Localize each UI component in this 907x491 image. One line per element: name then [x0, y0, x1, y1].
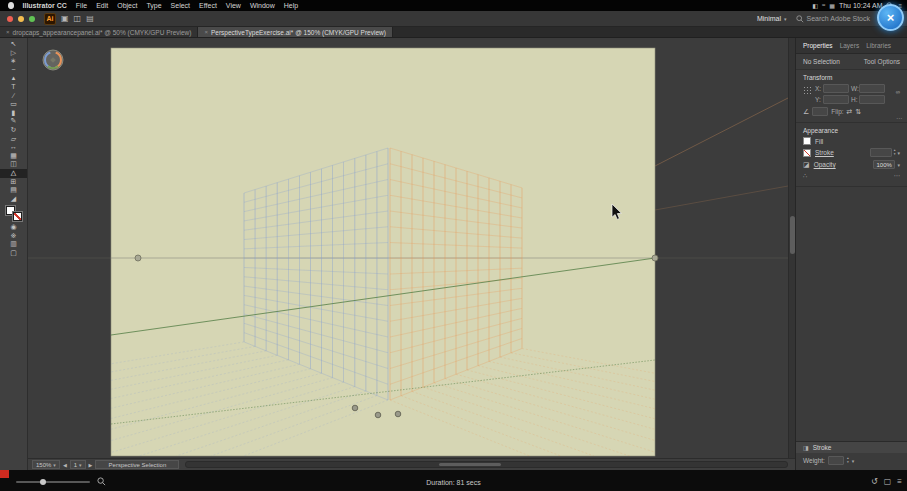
menubar-status-icon-3[interactable]: ▦ [829, 2, 835, 9]
opacity-field[interactable]: 100% [873, 160, 895, 169]
h-field[interactable] [859, 95, 885, 104]
mesh-tool[interactable]: ⊞ [0, 178, 27, 187]
appearance-more-options-icon[interactable]: ⋯ [894, 172, 901, 180]
menu-type[interactable]: Type [142, 2, 166, 9]
chevron-down-icon[interactable]: ▾ [852, 458, 855, 464]
stepper-icon[interactable]: ▴▾ [847, 457, 849, 464]
playback-slider-knob[interactable] [40, 479, 46, 485]
artboard-canvas[interactable] [28, 38, 788, 458]
panel-tab-properties[interactable]: Properties [803, 42, 833, 49]
chevron-down-icon[interactable]: ▾ [897, 150, 900, 156]
menu-file[interactable]: File [71, 2, 91, 9]
w-field[interactable] [859, 84, 885, 93]
y-field[interactable] [823, 95, 849, 104]
menu-view[interactable]: View [221, 2, 245, 9]
rotate-angle-field[interactable] [812, 107, 828, 116]
type-tool[interactable]: T [0, 83, 27, 92]
vertical-scrollbar[interactable] [788, 38, 795, 458]
blend-tool[interactable]: ◉ [0, 223, 27, 232]
weight-field[interactable] [828, 456, 844, 465]
menu-illustrator-cc[interactable]: Illustrator CC [18, 2, 71, 9]
rotate-tool[interactable]: ↻ [0, 126, 27, 135]
highlight-close-button[interactable]: × [877, 4, 904, 31]
stepper-icon[interactable]: ▴▾ [894, 149, 896, 156]
document-tab-2[interactable]: ×PerspectiveTypeExercise.ai* @ 150% (CMY… [198, 27, 392, 37]
eyedropper-tool[interactable]: ◢ [0, 195, 27, 204]
player-menu-icon[interactable]: ≡ [897, 477, 902, 487]
magic-wand-tool[interactable]: ∗ [0, 57, 27, 66]
appbar-icon-1[interactable]: ▣ [61, 14, 69, 23]
reference-point-locator[interactable] [803, 86, 812, 95]
pencil-tool[interactable]: ✎ [0, 117, 27, 126]
direct-selection-tool[interactable]: ▷ [0, 49, 27, 58]
window-zoom-button[interactable] [29, 16, 35, 22]
next-artboard-button[interactable]: ▶ [89, 462, 93, 468]
scale-tool[interactable]: ▱ [0, 135, 27, 144]
free-transform-tool[interactable]: ▦ [0, 152, 27, 161]
panel-tab-layers[interactable]: Layers [840, 42, 860, 49]
paintbrush-tool[interactable]: ▮ [0, 109, 27, 118]
shape-builder-tool[interactable]: ◫ [0, 160, 27, 169]
selection-tool[interactable]: ↖ [0, 40, 27, 49]
gradient-tool[interactable]: ▤ [0, 186, 27, 195]
vertical-scroll-thumb[interactable] [790, 216, 795, 254]
link-dimensions-icon[interactable]: ∞ [896, 89, 900, 95]
menu-effect[interactable]: Effect [195, 2, 222, 9]
stroke-color-swatch[interactable] [803, 149, 811, 157]
menu-object[interactable]: Object [113, 2, 142, 9]
chevron-down-icon[interactable]: ▾ [897, 162, 900, 168]
playback-slider[interactable] [16, 481, 90, 483]
apple-menu-icon[interactable] [8, 2, 14, 9]
column-graph-tool[interactable]: ▥ [0, 240, 27, 249]
menubar-status-icon-1[interactable]: ◧ [812, 2, 818, 9]
player-zoom-icon[interactable] [97, 477, 106, 486]
perspective-selection-tool[interactable]: △ [0, 169, 27, 178]
menu-select[interactable]: Select [166, 2, 194, 9]
stroke-weight-field[interactable] [870, 148, 892, 157]
horizontal-scrollbar[interactable] [185, 461, 788, 468]
tool-options-link[interactable]: Tool Options [864, 58, 900, 65]
stroke-swatch[interactable] [13, 212, 22, 221]
horizontal-scroll-thumb[interactable] [439, 463, 501, 466]
menu-edit[interactable]: Edit [92, 2, 113, 9]
opacity-link[interactable]: Opacity [814, 161, 836, 168]
line-segment-tool[interactable]: ∕ [0, 92, 27, 101]
replay-icon[interactable]: ↺ [871, 477, 878, 487]
tab-close-icon[interactable]: × [204, 29, 208, 35]
transform-more-options-icon[interactable]: ⋯ [896, 114, 902, 121]
menubar-status-icon-2[interactable]: ≈ [822, 2, 825, 9]
status-tool-display[interactable]: Perspective Selection [95, 460, 179, 469]
fill-stroke-swatches[interactable] [6, 206, 22, 221]
stock-search[interactable]: Search Adobe Stock [796, 15, 870, 23]
rectangle-tool[interactable]: ▭ [0, 100, 27, 109]
panel-tab-libraries[interactable]: Libraries [866, 42, 891, 49]
x-field[interactable] [823, 84, 849, 93]
screen-mode-button[interactable]: ▢ [0, 249, 27, 258]
document-tab-1[interactable]: ×dropcaps_appearancepanel.ai* @ 50% (CMY… [0, 27, 198, 37]
appearance-options-icon[interactable]: ∴ [803, 172, 807, 180]
width-tool[interactable]: ↔ [0, 143, 27, 152]
tab-close-icon[interactable]: × [6, 29, 10, 35]
menu-window[interactable]: Window [245, 2, 279, 9]
appbar-icon-2[interactable]: ◫ [74, 14, 82, 23]
pen-tool[interactable]: ▴ [0, 74, 27, 83]
workspace-switcher[interactable]: Minimal ▾ [753, 14, 791, 23]
stroke-link[interactable]: Stroke [815, 149, 834, 156]
zoom-control[interactable]: 150% ▾ [32, 460, 60, 469]
rotate-angle-icon[interactable]: ∠ [803, 108, 809, 116]
prev-artboard-button[interactable]: ◀ [63, 462, 67, 468]
flip-vertical-icon[interactable]: ⇅ [855, 108, 861, 116]
artboard-number-control[interactable]: 1 ▾ [70, 460, 86, 469]
appbar-icon-3[interactable]: ▤ [86, 14, 94, 23]
flip-horizontal-icon[interactable]: ⇄ [847, 108, 853, 116]
fullscreen-icon[interactable]: ▢ [884, 477, 892, 487]
canvas[interactable] [28, 38, 795, 458]
fill-color-swatch[interactable] [803, 137, 811, 145]
stroke-panel-title[interactable]: Stroke [813, 444, 832, 451]
lasso-tool[interactable]: ~ [0, 66, 27, 75]
menubar-clock[interactable]: Thu 10:24 AM [839, 2, 883, 9]
menu-help[interactable]: Help [279, 2, 302, 9]
window-close-button[interactable] [7, 16, 13, 22]
window-minimize-button[interactable] [18, 16, 24, 22]
symbol-sprayer-tool[interactable]: ※ [0, 232, 27, 241]
